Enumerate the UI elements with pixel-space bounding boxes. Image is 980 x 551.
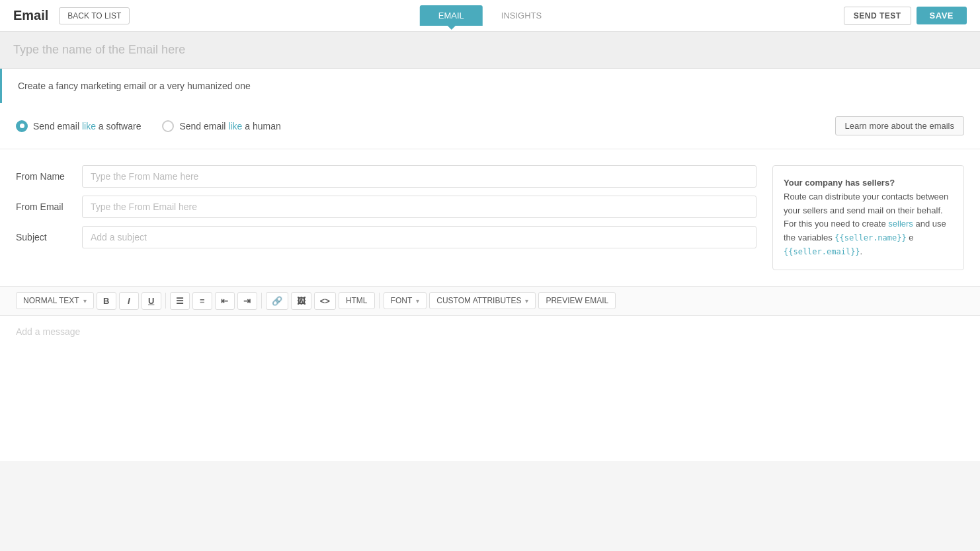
unordered-list-button[interactable]: ☰ [170,292,190,310]
link-button[interactable]: 🔗 [266,292,288,310]
font-label: FONT [391,296,413,305]
from-email-label: From Email [16,202,82,212]
indent-right-button[interactable]: ⇥ [237,292,257,310]
subject-label: Subject [16,232,82,242]
header-actions: SEND TEST SAVE [844,7,967,25]
email-name-input[interactable] [13,43,967,57]
tab-email[interactable]: EMAIL [420,5,483,26]
radio-section: Send email like a software Send email li… [0,103,980,149]
description-bar: Create a fancy marketing email or a very… [0,69,980,103]
form-fields: From Name From Email Subject [16,165,756,270]
link-icon: 🔗 [272,296,282,306]
from-name-row: From Name [16,165,756,188]
chevron-down-icon-font: ▾ [416,297,419,305]
radio-software[interactable]: Send email like a software [16,120,141,132]
chevron-down-icon-attr: ▾ [525,297,528,305]
separator-3 [379,293,380,309]
text-format-dropdown[interactable]: NORMAL TEXT ▾ [16,292,94,309]
code-button[interactable]: <> [314,292,336,310]
font-dropdown[interactable]: FONT ▾ [384,292,427,309]
radio-human[interactable]: Send email like a human [162,120,280,132]
info-card-title: Your company has sellers? [784,178,895,188]
image-button[interactable]: 🖼 [291,292,311,310]
header: Email BACK TO LIST EMAIL INSIGHTS SEND T… [0,0,980,32]
radio-software-circle[interactable] [16,120,28,132]
separator-1 [165,293,166,309]
preview-email-button[interactable]: PREVIEW EMAIL [538,292,616,309]
list-ul-icon: ☰ [176,296,184,306]
text-format-label: NORMAL TEXT [23,296,79,305]
info-card-body: Route can distribute your contacts betwe… [784,192,948,256]
from-name-label: From Name [16,171,82,182]
custom-attributes-label: CUSTOM ATTRIBUTES [436,296,521,305]
list-ol-icon: ≡ [200,296,205,306]
message-area[interactable]: Add a message [0,316,980,461]
sellers-link[interactable]: sellers [888,219,913,229]
chevron-down-icon: ▾ [83,297,87,305]
subject-row: Subject [16,226,756,248]
save-button[interactable]: SAVE [917,7,967,24]
radio-group: Send email like a software Send email li… [16,120,281,132]
info-card: Your company has sellers? Route can dist… [772,165,964,270]
bold-button[interactable]: B [97,292,116,310]
code-icon: <> [320,296,330,306]
separator-2 [261,293,262,309]
learn-more-button[interactable]: Learn more about the emails [835,116,964,135]
radio-software-label: Send email like a software [33,121,141,131]
custom-attributes-dropdown[interactable]: CUSTOM ATTRIBUTES ▾ [429,292,536,309]
seller-email-code: {{seller.email}} [784,247,860,256]
seller-name-code: {{seller.name}} [835,233,906,242]
tab-insights[interactable]: INSIGHTS [483,5,560,26]
message-placeholder: Add a message [16,326,80,337]
radio-human-circle[interactable] [162,120,174,132]
radio-human-label: Send email like a human [179,121,280,131]
toolbar: NORMAL TEXT ▾ B I U ☰ ≡ ⇤ ⇥ 🔗 🖼 <> HTML [0,286,980,316]
from-name-input[interactable] [82,165,756,188]
form-section: From Name From Email Subject Your compan… [0,149,980,286]
header-tabs: EMAIL INSIGHTS [420,5,560,26]
underline-button[interactable]: U [142,292,161,310]
app-logo: Email [13,8,48,23]
send-test-button[interactable]: SEND TEST [844,7,911,25]
ordered-list-button[interactable]: ≡ [192,292,212,310]
subject-input[interactable] [82,226,756,248]
from-email-row: From Email [16,196,756,218]
email-name-bar [0,32,980,69]
italic-button[interactable]: I [119,292,139,310]
image-icon: 🖼 [297,296,306,306]
indent-left-button[interactable]: ⇤ [215,292,235,310]
indent-right-icon: ⇥ [243,296,251,306]
description-text: Create a fancy marketing email or a very… [18,81,251,91]
from-email-input[interactable] [82,196,756,218]
main-content: Create a fancy marketing email or a very… [0,69,980,461]
back-to-list-button[interactable]: BACK TO LIST [59,7,130,24]
indent-left-icon: ⇤ [221,296,228,306]
html-button[interactable]: HTML [339,292,375,309]
